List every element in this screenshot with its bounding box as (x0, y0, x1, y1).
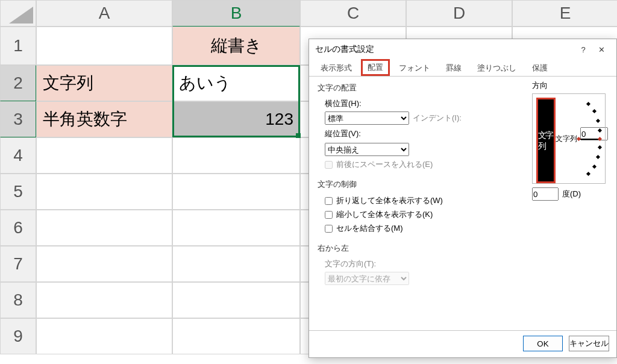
cell-b8[interactable] (172, 282, 300, 318)
shrink-fit-checkbox[interactable] (325, 211, 333, 219)
close-icon[interactable]: ✕ (592, 40, 610, 58)
cell-b5[interactable] (172, 174, 300, 210)
rtl-group-label: 右から左 (318, 243, 349, 254)
cell-b2[interactable]: あいう (172, 65, 300, 101)
tab-number[interactable]: 表示形式 (314, 60, 359, 76)
row-header-5[interactable]: 5 (0, 174, 36, 210)
merge-cells-label: セルを結合する(M) (336, 223, 403, 234)
cell-b9[interactable] (172, 318, 300, 354)
cell-a9[interactable] (36, 318, 172, 354)
help-icon[interactable]: ? (574, 40, 592, 58)
text-direction-label: 文字の方向(T): (325, 259, 376, 269)
horiz-align-select[interactable]: 標準 (325, 111, 409, 125)
cell-a2[interactable]: 文字列 (36, 65, 172, 101)
row-header-6[interactable]: 6 (0, 210, 36, 246)
alignment-group-label: 文字の配置 (318, 83, 357, 93)
cell-a6[interactable] (36, 210, 172, 246)
tab-alignment[interactable]: 配置 (361, 59, 390, 76)
cell-a7[interactable] (36, 246, 172, 282)
cell-b3[interactable]: 123 (172, 101, 300, 137)
merge-cells-checkbox[interactable] (325, 225, 333, 233)
row-header-7[interactable]: 7 (0, 246, 36, 282)
format-cells-dialog: セルの書式設定 ? ✕ 表示形式 配置 フォント 罫線 塗りつぶし 保護 文字の… (308, 39, 617, 358)
cell-a5[interactable] (36, 174, 172, 210)
vert-align-label: 縦位置(V): (325, 128, 373, 139)
horiz-align-label: 横位置(H): (325, 98, 373, 109)
text-control-group-label: 文字の制御 (318, 179, 357, 190)
shrink-fit-label: 縮小して全体を表示する(K) (336, 209, 433, 220)
row-header-8[interactable]: 8 (0, 282, 36, 318)
dialog-titlebar[interactable]: セルの書式設定 ? ✕ (309, 39, 616, 60)
select-all-corner[interactable] (0, 0, 36, 27)
col-header-e[interactable]: E (512, 0, 617, 27)
cell-a4[interactable] (36, 137, 172, 174)
orientation-group-label: 方向 (532, 81, 548, 90)
cancel-button[interactable]: キャンセル (569, 336, 609, 351)
wrap-text-checkbox[interactable] (325, 197, 333, 205)
justify-distributed-label: 前後にスペースを入れる(E) (336, 159, 433, 170)
tab-font[interactable]: フォント (392, 60, 437, 76)
tab-protection[interactable]: 保護 (525, 60, 554, 76)
orientation-group: 方向 文字列 文字列 (532, 80, 610, 201)
vert-align-select[interactable]: 中央揃え (325, 143, 409, 156)
cell-b1[interactable]: 縦書き (172, 27, 300, 65)
cell-b7[interactable] (172, 246, 300, 282)
col-header-c[interactable]: C (300, 0, 406, 27)
vertical-text-button[interactable]: 文字列 (536, 98, 556, 183)
dialog-title: セルの書式設定 (315, 44, 574, 55)
justify-distributed-checkbox (325, 161, 333, 169)
text-direction-select: 最初の文字に依存 (325, 272, 409, 285)
col-header-b[interactable]: B (172, 0, 300, 27)
wrap-text-label: 折り返して全体を表示する(W) (336, 195, 443, 206)
col-header-d[interactable]: D (406, 0, 512, 27)
rtl-group: 右から左 文字の方向(T): 最初の文字に依存 (318, 243, 608, 287)
cell-b4[interactable] (172, 137, 300, 174)
dialog-tabs: 表示形式 配置 フォント 罫線 塗りつぶし 保護 (309, 60, 616, 77)
orientation-degrees-label: 度(D) (562, 189, 581, 199)
tab-border[interactable]: 罫線 (439, 60, 468, 76)
col-header-a[interactable]: A (36, 0, 172, 27)
cell-a1[interactable] (36, 27, 172, 65)
row-header-1[interactable]: 1 (0, 27, 36, 65)
cell-a3[interactable]: 半角英数字 (36, 101, 172, 137)
cell-a8[interactable] (36, 282, 172, 318)
indent-label: インデント(I): (413, 113, 462, 124)
orientation-dial[interactable]: 文字列 (554, 99, 601, 180)
row-header-2[interactable]: 2 (0, 65, 36, 101)
row-header-3[interactable]: 3 (0, 101, 36, 137)
ok-button[interactable]: OK (523, 336, 563, 351)
tab-fill[interactable]: 塗りつぶし (471, 60, 523, 76)
orientation-degrees-spinner[interactable] (532, 187, 559, 201)
row-header-4[interactable]: 4 (0, 137, 36, 174)
cell-b6[interactable] (172, 210, 300, 246)
orientation-dial-label: 文字列 (556, 134, 577, 144)
row-header-9[interactable]: 9 (0, 318, 36, 354)
